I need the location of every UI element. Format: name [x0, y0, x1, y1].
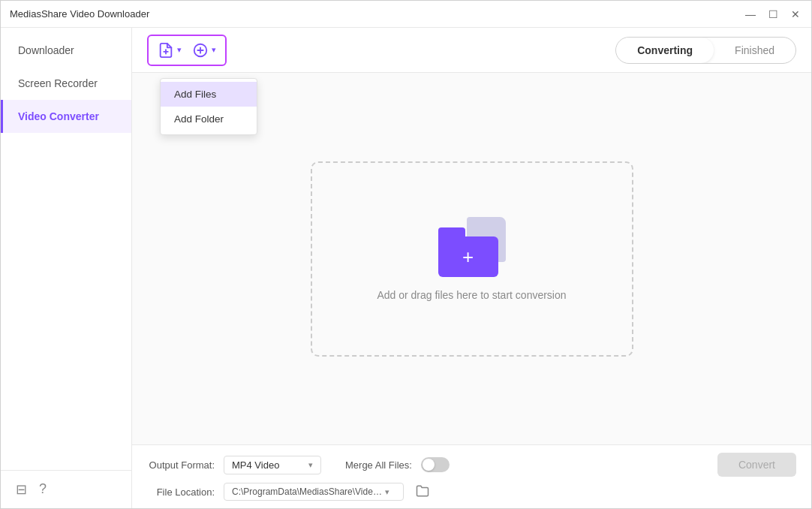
file-location-input[interactable]: C:\ProgramData\MediasShare\Video Downloa…	[224, 483, 404, 501]
dropdown-add-files[interactable]: Add Files	[161, 82, 257, 107]
dropdown-add-folder[interactable]: Add Folder	[161, 107, 257, 131]
add-files-chevron: ▾	[177, 45, 182, 55]
output-format-select[interactable]: MP4 Video ▾	[224, 456, 321, 474]
maximize-button[interactable]: ☐	[766, 8, 780, 21]
close-button[interactable]: ✕	[789, 8, 802, 21]
browse-folder-button[interactable]	[416, 484, 429, 500]
sidebar-item-screen-recorder[interactable]: Screen Recorder	[1, 67, 131, 100]
format-value: MP4 Video	[232, 459, 279, 471]
bottom-row-1: Output Format: MP4 Video ▾ Merge All Fil…	[147, 453, 796, 477]
help-icon[interactable]: ?	[39, 481, 47, 498]
toolbar: ▾ ▾ Add Files Add F	[132, 28, 811, 73]
drop-zone[interactable]: + Add or drag files here to start conver…	[311, 161, 633, 357]
sidebar-item-video-converter[interactable]: Video Converter	[1, 100, 131, 133]
format-chevron-icon: ▾	[308, 460, 313, 470]
sidebar-item-label: Downloader	[18, 44, 74, 56]
file-location-label: File Location:	[147, 486, 215, 498]
add-cam-button[interactable]: ▾	[188, 39, 221, 62]
window-controls: — ☐ ✕	[744, 8, 802, 21]
drop-zone-text: Add or drag files here to start conversi…	[377, 289, 566, 301]
merge-toggle[interactable]	[421, 457, 450, 472]
folder-tab	[438, 227, 465, 236]
sidebar-item-downloader[interactable]: Downloader	[1, 34, 131, 67]
sidebar: Downloader Screen Recorder Video Convert…	[1, 28, 132, 508]
add-dropdown-menu: Add Files Add Folder	[160, 78, 257, 135]
output-format-label: Output Format:	[147, 459, 215, 471]
title-bar: MediasShare Video Downloader — ☐ ✕	[1, 1, 811, 28]
tab-converting[interactable]: Converting	[616, 38, 714, 63]
file-location-value: C:\ProgramData\MediasShare\Video Downloa	[232, 486, 382, 497]
tab-finished[interactable]: Finished	[714, 38, 795, 63]
location-chevron-icon: ▾	[385, 487, 389, 497]
book-icon[interactable]: ⊟	[16, 481, 27, 498]
folder-icon: +	[438, 217, 506, 277]
convert-button[interactable]: Convert	[717, 453, 796, 477]
sidebar-item-label: Video Converter	[18, 110, 99, 122]
bottom-row-2: File Location: C:\ProgramData\MediasShar…	[147, 483, 796, 501]
add-cam-icon	[192, 42, 209, 59]
minimize-button[interactable]: —	[744, 8, 757, 21]
add-button-group: ▾ ▾ Add Files Add F	[147, 35, 227, 66]
main-layout: Downloader Screen Recorder Video Convert…	[1, 28, 811, 508]
toggle-knob	[423, 459, 435, 471]
bottom-bar: Output Format: MP4 Video ▾ Merge All Fil…	[132, 444, 811, 508]
merge-all-label: Merge All Files:	[345, 459, 412, 471]
sidebar-bottom: ⊟ ?	[1, 470, 131, 508]
folder-plus-icon: +	[462, 247, 474, 267]
add-files-button[interactable]: ▾	[153, 39, 186, 62]
add-file-icon	[158, 42, 174, 59]
sidebar-item-label: Screen Recorder	[18, 77, 98, 89]
tab-switcher: Converting Finished	[615, 37, 796, 64]
content-area: ▾ ▾ Add Files Add F	[132, 28, 811, 508]
folder-front: +	[438, 236, 498, 277]
add-cam-chevron: ▾	[212, 45, 216, 55]
app-title: MediasShare Video Downloader	[10, 8, 149, 20]
